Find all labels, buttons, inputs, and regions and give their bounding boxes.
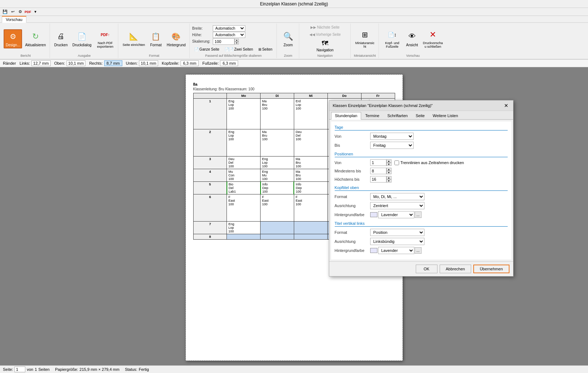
pos-hoechstens-up[interactable]: ▲ — [386, 176, 392, 179]
btn-ansicht[interactable]: 👁 Ansicht — [404, 30, 420, 48]
col-header-di: Di — [261, 93, 294, 99]
group-label-zoom: Zoom — [284, 53, 292, 57]
pos-hoechstens-input[interactable] — [370, 176, 386, 183]
scale-items: Breite: Automatisch Höhe: Automatisch — [192, 24, 275, 53]
skalierung-label: Skalierung: — [192, 39, 212, 43]
vert-format-row: Format Position — [335, 229, 508, 236]
breite-select[interactable]: Automatisch — [213, 25, 245, 31]
pos-von-down[interactable]: ▼ — [386, 163, 392, 166]
tage-von-select[interactable]: Montag — [370, 133, 414, 140]
btn-hintergrund[interactable]: 🎨 Hintergrund — [165, 30, 187, 48]
pos-von-up[interactable]: ▲ — [386, 159, 392, 163]
size-controls: Breite: Automatisch Höhe: Automatisch — [192, 25, 275, 45]
qa-undo[interactable]: ↩ — [9, 9, 16, 15]
btn-zoom[interactable]: 🔍 Zoom — [280, 30, 296, 48]
pos-mindestens-down[interactable]: ▼ — [386, 171, 392, 174]
btn-close-preview[interactable]: ✕ Druckvorschau schließen — [421, 28, 445, 50]
title-bar: Einzelplan Klassen (schmal 2zeilig) — [0, 0, 588, 8]
col-header-mo: Mo — [227, 93, 261, 99]
tab-stundenplan[interactable]: Stundenplan — [331, 112, 361, 120]
cell-6-mi: FEast100 — [294, 194, 327, 222]
seite-input[interactable] — [14, 366, 25, 368]
qa-pdf[interactable]: PDF — [25, 9, 31, 15]
tage-von-row: Von Montag — [335, 133, 508, 140]
pos-von-row: Von ▲ ▼ Trennlinien aus Zeitrahmen druck… — [335, 159, 508, 166]
tab-seite[interactable]: Seite — [412, 112, 429, 119]
qa-dropdown[interactable]: ▾ — [32, 9, 39, 15]
kopfzeile-val[interactable]: 6,3 mm — [181, 60, 199, 66]
col-header-do: Do — [327, 93, 361, 99]
status-val: Fertig — [139, 367, 149, 368]
btn-ganze-seite[interactable]: 📄 Ganze Seite — [192, 46, 221, 52]
main-area: 8a Klassenleitung: Bru Klassenraum: 100 … — [0, 67, 588, 368]
tage-bis-select[interactable]: Freitag — [370, 142, 414, 149]
kopf-farbe-select[interactable]: Lavender — [378, 211, 414, 218]
pos-mindestens-input[interactable] — [370, 168, 386, 174]
settings-dialog: Klassen Einzelplan "Einzelplan Klassen (… — [329, 100, 513, 276]
cell-4-mi: MaBru100 — [294, 169, 327, 182]
ribbon-tabs: Vorschau — [0, 16, 588, 23]
links-val[interactable]: 12,7 mm — [31, 60, 51, 66]
period-4: 4 — [193, 169, 227, 182]
pos-von-input[interactable] — [370, 159, 386, 166]
btn-format[interactable]: 📋 Format — [148, 30, 164, 48]
btn-design[interactable]: ⚙ Design... — [4, 29, 22, 48]
btn-aktualisieren[interactable]: ↻ Aktualisieren — [23, 30, 47, 48]
hoehe-select[interactable]: Automatisch — [213, 32, 245, 38]
vert-farbe-select[interactable]: Lavender — [378, 247, 414, 254]
breite-label: Breite: — [192, 26, 212, 30]
btn-kopf-fuss[interactable]: 📄↕ Kopf- und Fußzeile — [381, 28, 403, 50]
pos-von-spin: ▲ ▼ — [370, 159, 392, 166]
rechts-val[interactable]: 8,7 mm — [104, 60, 122, 66]
kopf-ausrichtung-row: Ausrichtung Zentriert — [335, 202, 508, 209]
skalierung-down[interactable]: ▼ — [234, 42, 239, 44]
tab-vorschau[interactable]: Vorschau — [2, 16, 26, 23]
class-info: Klassenleitung: Bru Klassenraum: 100 — [193, 87, 395, 91]
btn-vorherige-seite[interactable]: ◀◀ Vorherige Seite — [307, 31, 343, 38]
oben-val[interactable]: 10,1 mm — [67, 60, 86, 66]
skalierung-up[interactable]: ▲ — [234, 39, 239, 42]
btn-seiten[interactable]: ⊞ Seiten — [256, 46, 274, 52]
cell-3-di: EngLop100 — [261, 157, 294, 169]
kopf-ausrichtung-select[interactable]: Zentriert — [370, 202, 424, 209]
btn-pdf[interactable]: PDF↑ Nach PDF exportieren — [94, 28, 116, 50]
btn-drucken[interactable]: 🖨 Drucken — [52, 30, 69, 48]
fusszeile-val[interactable]: 6,3 mm — [220, 60, 238, 66]
print-dialog-icon: 📄 — [76, 31, 88, 42]
naechste-icon: ▶▶ — [310, 25, 316, 29]
kopf-format-select[interactable]: Mo, Di, Mi, ... — [370, 193, 424, 200]
btn-seite-einrichten[interactable]: 📐 Seite einrichten — [121, 30, 147, 48]
scale-subgroup: Breite: Automatisch Höhe: Automatisch — [192, 25, 275, 52]
vert-farbe-more[interactable]: ... — [415, 247, 422, 254]
fusszeile-item: Fußzeile: 6,3 mm — [202, 60, 238, 66]
tab-schriftarten[interactable]: Schriftarten — [383, 112, 411, 119]
unten-val[interactable]: 10,1 mm — [139, 60, 158, 66]
btn-uebernehmen[interactable]: Übernehmen — [473, 265, 509, 273]
btn-zwei-seiten[interactable]: 📄📄 Zwei Seiten — [223, 46, 255, 52]
btn-naechste-seite[interactable]: ▶▶ Nächste Seite — [307, 24, 343, 30]
tab-weitere-listen[interactable]: Weitere Listen — [429, 112, 462, 119]
btn-miniatur[interactable]: ⊞ Miniaturansicht — [353, 28, 377, 50]
cell-3-mo: DeuDel100 — [227, 157, 261, 169]
qa-save[interactable]: 💾 — [2, 9, 8, 15]
qa-settings[interactable]: ⚙ — [17, 9, 24, 15]
miniatur-items: ⊞ Miniaturansicht — [353, 24, 377, 53]
tab-termine[interactable]: Termine — [361, 112, 383, 119]
zwei-seiten-icon: 📄📄 — [225, 47, 233, 51]
pos-mindestens-up[interactable]: ▲ — [386, 168, 392, 171]
vert-ausrichtung-select[interactable]: Linksbündig — [370, 238, 424, 245]
btn-ok[interactable]: OK — [416, 265, 437, 273]
skalierung-input[interactable] — [213, 38, 234, 45]
quick-access-toolbar: 💾 ↩ ⚙ PDF ▾ — [0, 8, 588, 16]
kopf-farbe-control: Lavender ... — [370, 211, 422, 218]
btn-navigation[interactable]: 🗺 Navigation — [307, 39, 343, 53]
oben-item: Oben: 10,1 mm — [54, 60, 86, 66]
cell-8-mo — [227, 234, 261, 240]
kopf-farbe-more[interactable]: ... — [415, 211, 422, 218]
btn-druckdialog[interactable]: 📄 Druckdialog — [71, 30, 93, 48]
dialog-close-btn[interactable]: ✕ — [503, 102, 509, 109]
pos-hoechstens-down[interactable]: ▼ — [386, 179, 392, 183]
trennlinien-checkbox[interactable] — [394, 160, 399, 165]
vert-format-select[interactable]: Position — [370, 229, 424, 236]
btn-abbrechen[interactable]: Abbrechen — [440, 265, 471, 273]
